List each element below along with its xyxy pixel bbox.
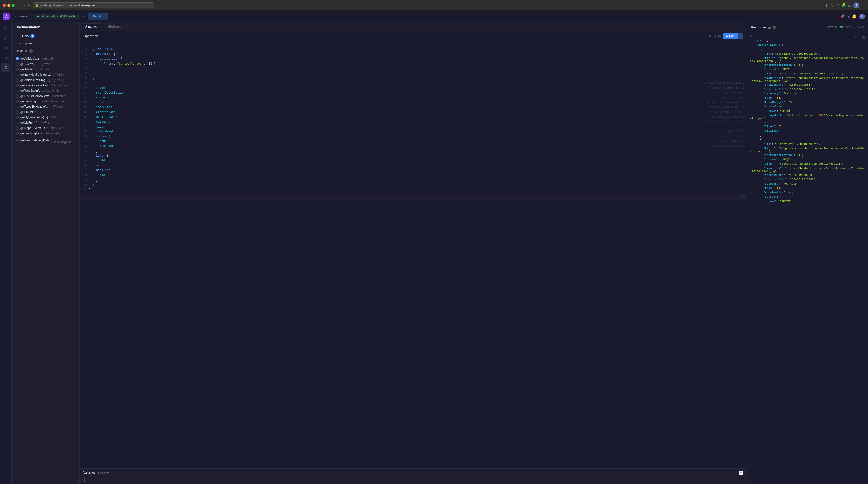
headers-tab[interactable]: Headers xyxy=(98,472,109,475)
icon-sidebar: ⊡ ◻ ↺ ⌕ ⚙ xyxy=(0,22,12,484)
search-sidebar-icon[interactable]: ⌕ xyxy=(1,53,10,62)
line-number: 25 xyxy=(80,159,89,162)
settings-sidebar-icon[interactable]: ⚙ xyxy=(1,63,10,72)
profile-avatar[interactable]: A xyxy=(854,2,859,8)
bookmark-icon[interactable]: ☆ xyxy=(830,3,833,7)
copy-response-btn[interactable]: ⊡ xyxy=(862,35,865,39)
field-add-btn[interactable]: + xyxy=(16,100,19,103)
field-item[interactable]: + getMyFavoriteFm(…): [FM] xyxy=(12,115,79,120)
line-code: imageLink xyxy=(89,105,706,110)
user-avatar[interactable]: U xyxy=(859,13,865,20)
fields-more-btn[interactable]: ••• xyxy=(34,50,38,53)
copy-operation-icon[interactable]: ⊡ xyxy=(713,34,716,38)
code-line: 31} xyxy=(80,188,747,192)
extensions-icon[interactable]: 🧩 xyxy=(841,3,846,7)
explorer-icon[interactable]: ⊡ xyxy=(1,24,10,33)
connection-settings-icon[interactable]: ⚙ xyxy=(83,14,86,19)
shield-icon[interactable]: 🛡 xyxy=(835,3,839,7)
field-add-btn[interactable]: + xyxy=(16,89,19,92)
field-item[interactable]: + getDistrictCoronaStats: DistrictCo… xyxy=(12,93,79,99)
download-response-btn[interactable]: ⬇ xyxy=(855,35,857,39)
line-code: source { xyxy=(89,134,747,139)
field-add-btn[interactable]: + xyxy=(16,78,19,82)
field-add-btn[interactable]: + xyxy=(16,139,19,142)
format-operation-icon[interactable]: ⊞ xyxy=(718,34,721,38)
field-add-btn[interactable]: + xyxy=(16,73,19,77)
field-item[interactable]: + getArticlesFromTag(…): [Article] xyxy=(12,78,79,83)
minimize-window-btn[interactable] xyxy=(7,4,10,7)
history-icon[interactable]: ↺ xyxy=(1,43,10,52)
field-item[interactable]: getArticles(…): [Article]! xyxy=(12,56,79,61)
code-line: 2 getArticles( xyxy=(80,47,747,52)
field-item[interactable]: + getReadCategoryData: ReadCategoryS… xyxy=(12,136,79,145)
field-add-btn[interactable]: + xyxy=(16,126,19,130)
field-item[interactable]: + getFmList: [FM] xyxy=(12,109,79,115)
address-bar[interactable]: 🔒 studio.apollographql.com/sandbox/explo… xyxy=(33,2,154,8)
sidebar-toggle-icon[interactable]: ▤ xyxy=(848,3,851,7)
nav-back-btn[interactable]: ← xyxy=(16,34,19,38)
publish-button[interactable]: Publish xyxy=(88,13,108,20)
response-view-toggle[interactable]: ⊞ xyxy=(773,26,776,29)
response-line: "totalWeight": 23, xyxy=(750,100,865,105)
line-number: 6 xyxy=(80,66,89,70)
share-icon[interactable]: ⬆ xyxy=(825,3,828,7)
toolbar-right-actions: 🚀 ? 🔔 U xyxy=(840,13,865,20)
response-line: "logoLink": "http://localhost: 8080/asse… xyxy=(750,114,865,120)
expand-variables-btn[interactable]: ⌃ xyxy=(739,471,743,475)
browser-nav: ‹ › xyxy=(19,3,26,8)
field-item[interactable]: + getTrending: TrendingTweetCount xyxy=(12,99,79,104)
line-code: { name: "cartoon", count: 10 } xyxy=(89,62,747,66)
line-hint: [काटुन,काटुन,काटुन] xyxy=(721,95,747,99)
field-add-btn[interactable]: + xyxy=(16,94,19,98)
field-add-btn[interactable]: + xyxy=(16,68,19,71)
graphql-url-pill[interactable]: http://localhost:8080/graphql xyxy=(34,13,81,20)
field-item[interactable]: + getIndividualArticles(…): [Article] xyxy=(12,72,79,78)
bookmark-sidebar-icon[interactable]: ◻ xyxy=(1,34,10,43)
line-hint: [बाहरखरी,बाहरखरी,बाह… xyxy=(718,139,747,143)
more-options-icon[interactable]: ⋮ xyxy=(861,3,865,7)
field-item[interactable]: + getMyFm(…): MyFm xyxy=(12,120,79,125)
field-item[interactable]: + getNepaliEvent(…): NepaliEvent xyxy=(12,125,79,131)
close-window-btn[interactable] xyxy=(3,4,6,7)
add-tab-btn[interactable]: + xyxy=(125,24,130,29)
field-add-btn[interactable]: + xyxy=(16,116,19,119)
share-operation-icon[interactable]: ⬆ xyxy=(709,34,711,38)
astronaut-icon[interactable]: 🚀 xyxy=(840,14,845,19)
close-unnamed-tab-btn[interactable]: ✕ xyxy=(99,25,101,28)
breadcrumb-root[interactable]: Root xyxy=(16,42,22,45)
code-line: 7 } xyxy=(80,71,747,76)
code-line: 19 totalWeight[23,23,23] xyxy=(80,129,747,134)
line-code: criteria: { xyxy=(89,52,747,56)
response-line: "getArticles": [ xyxy=(750,43,865,48)
field-item[interactable]: + getTweets(…): [Tweet]! xyxy=(12,61,79,67)
forward-button[interactable]: › xyxy=(23,3,26,8)
fields-sort-toggle[interactable]: ⇅ xyxy=(25,49,28,53)
doc-panel-title: Documentation xyxy=(16,25,40,29)
fields-minus-btn[interactable]: − xyxy=(29,49,33,53)
run-button[interactable]: ▶ Run xyxy=(723,33,737,39)
field-item[interactable]: + getArticle(…): Article xyxy=(12,67,79,72)
tab-gettweets[interactable]: GetTweets xyxy=(105,23,125,30)
field-item[interactable]: + getLatestCoronaStats: CoronaStats xyxy=(12,83,79,88)
field-add-btn[interactable]: + xyxy=(16,132,19,135)
field-name-label: getTweets(…) xyxy=(20,62,38,66)
back-button[interactable]: ‹ xyxy=(19,3,22,8)
field-add-btn[interactable]: + xyxy=(16,110,19,114)
tab-unnamed[interactable]: Unnamed ✕ xyxy=(82,23,104,30)
code-editor[interactable]: 1{2 getArticles(3 criteria: {4 categorie… xyxy=(80,41,747,468)
field-add-btn[interactable]: + xyxy=(16,105,19,109)
field-item[interactable]: + getTweetByHandle(…): [Tweet] xyxy=(12,104,79,109)
field-add-btn[interactable]: + xyxy=(16,84,19,87)
maximize-window-btn[interactable] xyxy=(12,4,14,7)
field-add-btn[interactable]: + xyxy=(16,62,19,66)
field-add-btn[interactable]: + xyxy=(16,121,19,124)
reload-button[interactable]: ↻ xyxy=(28,3,31,7)
field-item[interactable]: + getTrendingTags: TrendingTag xyxy=(12,131,79,136)
help-icon[interactable]: ? xyxy=(847,14,849,19)
run-dropdown-btn[interactable]: ▾ xyxy=(737,33,743,39)
notification-icon[interactable]: 🔔 xyxy=(852,14,857,19)
collapse-panel-btn[interactable]: « xyxy=(74,26,75,29)
variables-tab[interactable]: Variables xyxy=(84,471,95,475)
field-item[interactable]: + getWeatherInfo: WeatherInfo xyxy=(12,88,79,93)
response-settings-icon[interactable]: ☰ xyxy=(768,26,771,29)
